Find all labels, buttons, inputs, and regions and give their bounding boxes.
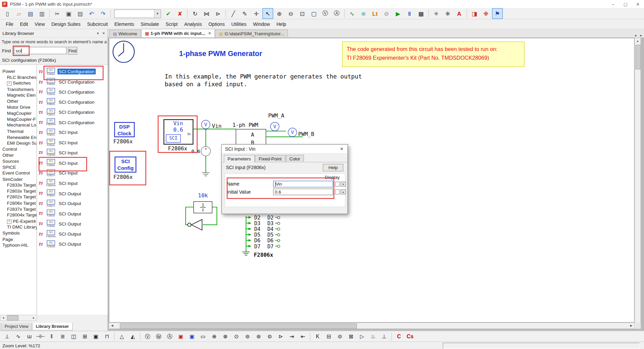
tree-item-f2806x-target[interactable]: F2806x Target <box>0 200 37 206</box>
library-result-sci-output[interactable]: TISCIF2806xSCI Output <box>37 219 106 229</box>
display-dropdown-icon[interactable]: ▾ <box>340 189 346 194</box>
redo-icon[interactable]: ↷ <box>98 8 108 19</box>
dialog-close-icon[interactable]: ✕ <box>336 145 347 153</box>
dialog-title-bar[interactable]: SCI Input : Vin ✕ <box>222 145 347 154</box>
dialog-tab-color[interactable]: Color <box>286 155 304 162</box>
tree-scrollbar[interactable]: ◂ ▸ <box>0 315 37 321</box>
menu-utilities[interactable]: Utilities <box>228 20 250 28</box>
cs-script-icon[interactable]: Cs <box>405 332 416 341</box>
display-checkbox[interactable] <box>335 182 339 187</box>
menu-file[interactable]: File <box>2 20 16 28</box>
cancel-x-icon[interactable]: ✘ <box>174 8 185 19</box>
scroll-thumb[interactable] <box>7 315 18 320</box>
scroll-right-icon[interactable]: ▸ <box>31 316 37 320</box>
stop-simulation-icon[interactable]: ⊘ <box>381 8 392 19</box>
voltage-probe-pwm-b[interactable]: V <box>288 128 297 137</box>
select-pointer-icon[interactable]: ↖ <box>262 8 273 19</box>
tree-item-typhoon-hil[interactable]: Typhoon-HIL <box>0 242 37 248</box>
library-result-sci-output[interactable]: TISCIF2803xSCI Output <box>37 209 106 219</box>
battery-icon[interactable]: ⊥ <box>379 332 390 341</box>
library-result-sci-configuration[interactable]: TISCIF2837xSCI Configuration <box>37 107 106 117</box>
pi-block-icon[interactable]: ⊟ <box>323 332 334 341</box>
scroll-up-icon[interactable]: ▲ <box>635 38 640 44</box>
flip-vertical-icon[interactable]: ⊳ <box>213 8 223 19</box>
tree-item-rlc-branches[interactable]: RLC Branches <box>0 74 37 80</box>
transformer-3-icon[interactable]: ▣ <box>91 332 101 341</box>
vertical-scrollbar[interactable]: ▲ ▼ <box>635 38 641 329</box>
coupled-inductor-icon[interactable]: ≣ <box>57 332 68 341</box>
library-result-sci-input[interactable]: TISCIF2806xSCI Input <box>37 158 106 168</box>
run-simview-icon[interactable]: ▩ <box>416 8 426 19</box>
triangle-source-icon[interactable]: ⊜ <box>264 332 275 341</box>
tree-item-power[interactable]: Power <box>0 68 37 74</box>
tree-item-motor-drive[interactable]: Motor Drive <box>0 104 37 110</box>
print-icon[interactable]: ▥ <box>37 8 47 19</box>
menu-analysis[interactable]: Analysis <box>181 20 205 28</box>
inductor-icon[interactable]: ɯ <box>24 332 35 341</box>
menu-window[interactable]: Window <box>250 20 273 28</box>
buffer-icon[interactable]: ▷ <box>357 332 367 341</box>
tree-item-pe-expert4-ta[interactable]: +PE-Expert4 Ta <box>0 218 37 224</box>
display-dropdown-icon[interactable]: ▾ <box>340 182 346 187</box>
panel-tab-library-browser[interactable]: Library Browser <box>32 323 73 330</box>
square-source-icon[interactable]: ⊛ <box>253 332 264 341</box>
tree-item-emi-design-su[interactable]: EMI Design Su <box>0 140 37 146</box>
maximize-button[interactable]: ▢ <box>620 0 632 8</box>
menu-design-suites[interactable]: Design Suites <box>48 20 84 28</box>
library-result-sci-configuration[interactable]: TISCIF2802xSCI Configuration <box>37 97 106 107</box>
tree-item-magcoupler-f[interactable]: MagCoupler-F <box>0 116 37 122</box>
zoom-fit-icon[interactable]: ▢ <box>309 8 319 19</box>
speed-sensor-icon[interactable]: Ⓦ <box>153 332 164 341</box>
tree-item-event-control[interactable]: Event Control <box>0 170 37 176</box>
tree-item-f2802x-target[interactable]: F2802x Target <box>0 194 37 200</box>
tree-item-ti-dmc-library[interactable]: TI DMC Library <box>0 224 37 230</box>
tree-item-spice[interactable]: SPICE <box>0 164 37 170</box>
scroll-left-icon[interactable]: ◀ <box>109 323 115 328</box>
zoom-in-icon[interactable]: ⊕ <box>274 8 285 19</box>
scroll-thumb[interactable] <box>120 323 357 329</box>
cut-icon[interactable]: ✂ <box>52 8 62 19</box>
apply-check-icon[interactable]: ✔ <box>163 8 174 19</box>
schematic-canvas[interactable]: 1-phase PWM Generator The code generated… <box>109 38 634 323</box>
menu-help[interactable]: Help <box>273 20 289 28</box>
close-button[interactable]: ✕ <box>632 0 644 8</box>
voltage-probe-vin[interactable]: V <box>201 120 210 129</box>
update-library-icon[interactable]: ◨ <box>469 8 480 19</box>
draw-wire-icon[interactable]: ╱ <box>228 8 239 19</box>
scale-combo[interactable]: ▾ <box>114 9 161 18</box>
dc-source-symbol[interactable]: + <box>201 146 211 156</box>
tree-item-f28004x-targe[interactable]: F28004x Targe <box>0 212 37 218</box>
show-wire-flow-icon[interactable]: ⚑ <box>492 8 503 19</box>
find-button[interactable]: Find <box>68 47 77 55</box>
new-file-icon[interactable]: ▯ <box>2 8 13 19</box>
panel-tab-project-view[interactable]: Project View <box>1 323 32 330</box>
display-checkbox[interactable] <box>335 189 339 194</box>
wand-tool-icon[interactable]: ✳ <box>431 8 441 19</box>
tree-item-magcoupler[interactable]: MagCoupler <box>0 110 37 116</box>
minimize-button[interactable]: – <box>607 0 620 8</box>
panel-pin-icon[interactable]: ▾ <box>97 31 99 35</box>
library-result-sci-input[interactable]: TISCIF2803xSCI Input <box>37 138 106 148</box>
capacitor-small-icon[interactable]: ǁ <box>46 332 57 341</box>
library-result-sci-output[interactable]: TISCIF2837xSCI Output <box>37 198 106 208</box>
tree-expand-icon[interactable]: + <box>7 219 11 224</box>
dc-source-icon[interactable]: ⊙ <box>231 332 242 341</box>
tree-item-control[interactable]: Control <box>0 146 37 152</box>
place-label-icon[interactable]: ✎ <box>239 8 250 19</box>
horizontal-scrollbar[interactable]: ◀ ▶ <box>109 322 634 329</box>
document-tab-1-ph-pwm-with-dc-input[interactable]: ▤1-ph PWM with dc input...✕ <box>141 29 215 38</box>
dialog-tab-fixed-point[interactable]: Fixed-Point <box>255 155 285 162</box>
param-input-name[interactable]: Vin <box>273 181 333 188</box>
c-script-icon[interactable]: C <box>394 332 405 341</box>
copy-icon[interactable]: ▣ <box>63 8 74 19</box>
document-tab-g-data-psim-training-tutor[interactable]: ▤G:\data\PSIM_Training\tutor... <box>215 30 288 37</box>
tree-item-simcoder[interactable]: SimCoder <box>0 176 37 182</box>
open-file-icon[interactable]: ▱ <box>13 8 24 19</box>
tree-item-renewable-en[interactable]: Renewable En <box>0 134 37 140</box>
library-result-sci-input[interactable]: TISCIF28335SCI Input <box>37 148 106 158</box>
tree-item-switches[interactable]: +Switches <box>0 80 37 86</box>
tree-item-symbols[interactable]: Symbols <box>0 230 37 236</box>
library-result-sci-input[interactable]: TISCIF2802xSCI Input <box>37 128 106 138</box>
logic-gate-1-icon[interactable]: ⊘ <box>334 332 345 341</box>
voltage-probe-tool-icon[interactable]: Ⓥ <box>320 8 331 19</box>
